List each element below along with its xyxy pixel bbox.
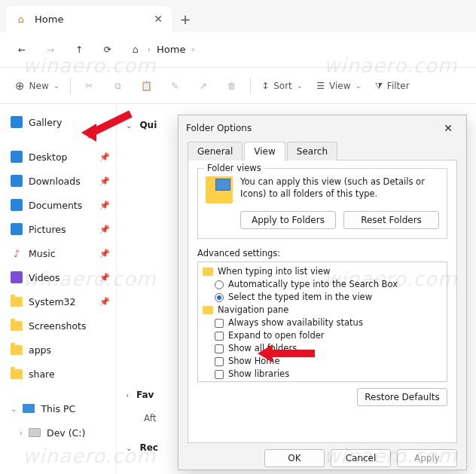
pin-icon: 📌 xyxy=(99,249,110,258)
tab-title: Home xyxy=(35,14,63,25)
home-icon: ⌂ xyxy=(130,44,142,56)
folder-icon xyxy=(11,297,23,307)
pictures-icon xyxy=(11,223,23,235)
apply-to-folders-button[interactable]: Apply to Folders xyxy=(240,211,336,229)
music-icon: ♪ xyxy=(11,247,23,259)
new-label: New xyxy=(29,81,49,91)
chevron-down-icon: ⌄ xyxy=(297,81,303,90)
sidebar-item-downloads[interactable]: Downloads📌 xyxy=(8,169,113,193)
pin-icon: 📌 xyxy=(99,176,110,186)
tree-option-expand[interactable]: Expand to open folder xyxy=(203,329,442,342)
separator xyxy=(250,78,251,94)
checkbox-icon[interactable] xyxy=(215,370,224,379)
back-button[interactable]: ← xyxy=(9,37,35,63)
refresh-button[interactable]: ⟳ xyxy=(95,37,121,63)
tree-option-libraries[interactable]: Show libraries xyxy=(203,368,442,381)
share-icon: ↗ xyxy=(200,81,207,91)
pin-icon: 📌 xyxy=(99,225,110,234)
radio-icon[interactable] xyxy=(215,280,224,289)
sidebar-item-videos[interactable]: Videos📌 xyxy=(8,265,113,289)
rename-button[interactable]: ✎ xyxy=(161,74,188,98)
sidebar-item-pictures[interactable]: Pictures📌 xyxy=(8,217,113,241)
sidebar-label: share xyxy=(29,368,55,380)
folder-icon xyxy=(11,321,23,331)
cut-icon: ✂ xyxy=(85,81,93,91)
tab-general[interactable]: General xyxy=(188,142,243,161)
checkbox-icon[interactable] xyxy=(215,319,224,328)
sidebar-label: Screenshots xyxy=(29,320,86,332)
cut-button[interactable]: ✂ xyxy=(75,74,102,98)
sidebar-label: Videos xyxy=(29,272,60,283)
delete-icon: 🗑 xyxy=(227,81,236,91)
tree-option-network[interactable]: Show Network xyxy=(203,381,442,382)
separator xyxy=(70,78,71,94)
advanced-settings-label: Advanced settings: xyxy=(197,248,447,258)
sidebar-item-share[interactable]: share xyxy=(8,362,113,386)
sidebar-label: Gallery xyxy=(29,117,63,128)
sort-button[interactable]: ↕ Sort ⌄ xyxy=(255,74,309,98)
checkbox-icon[interactable] xyxy=(215,344,224,353)
up-button[interactable]: ↑ xyxy=(66,37,92,63)
tab-search[interactable]: Search xyxy=(287,142,337,161)
close-tab-button[interactable]: ✕ xyxy=(154,13,163,25)
tab-view[interactable]: View xyxy=(244,142,285,161)
tree-node-navpane[interactable]: Navigation pane xyxy=(203,304,442,317)
paste-button[interactable]: 📋 xyxy=(133,74,160,98)
drive-icon xyxy=(29,428,41,437)
filter-label: Filter xyxy=(387,81,410,91)
cancel-button[interactable]: Cancel xyxy=(331,449,391,467)
documents-icon xyxy=(11,199,23,211)
chevron-right-icon: › xyxy=(126,391,129,399)
new-button[interactable]: ⊕ New ⌄ xyxy=(9,74,66,98)
sidebar-item-gallery[interactable]: Gallery xyxy=(8,110,113,134)
tab-home[interactable]: ⌂ Home ✕ xyxy=(6,6,172,32)
sidebar-item-dev[interactable]: ›Dev (C:) xyxy=(8,420,113,445)
pin-icon: 📌 xyxy=(99,200,110,210)
folder-icon xyxy=(11,369,23,379)
radio-icon[interactable] xyxy=(215,293,224,302)
sort-icon: ↕ xyxy=(261,81,269,91)
advanced-settings-tree[interactable]: When typing into list view Automatically… xyxy=(197,261,447,382)
tree-option-all-folders[interactable]: Show all folders xyxy=(203,342,442,355)
sidebar: Gallery Desktop📌 Downloads📌 Documents📌 P… xyxy=(0,104,117,474)
chevron-right-icon: › xyxy=(20,429,23,437)
folder-views-group: Folder views You can apply this view (su… xyxy=(197,168,447,239)
folder-views-icon xyxy=(206,176,233,203)
sidebar-item-desktop[interactable]: Desktop📌 xyxy=(8,145,113,169)
reset-folders-button[interactable]: Reset Folders xyxy=(343,211,439,229)
apply-button[interactable]: Apply xyxy=(397,449,457,467)
breadcrumb-home[interactable]: Home xyxy=(157,44,185,55)
checkbox-icon[interactable] xyxy=(215,332,224,341)
close-button[interactable]: ✕ xyxy=(438,118,459,139)
folder-views-text: You can apply this view (such as Details… xyxy=(240,176,439,203)
forward-button[interactable]: → xyxy=(38,37,63,63)
titlebar: ⌂ Home ✕ + xyxy=(0,0,476,32)
sidebar-item-screenshots[interactable]: Screenshots xyxy=(8,313,113,338)
restore-defaults-button[interactable]: Restore Defaults xyxy=(357,388,447,406)
tree-node-typing[interactable]: When typing into list view xyxy=(203,265,442,278)
checkbox-icon[interactable] xyxy=(215,357,224,366)
pin-icon: 📌 xyxy=(99,273,110,283)
copy-button[interactable]: ⧉ xyxy=(104,74,131,98)
tree-option-select-typed[interactable]: Select the typed item in the view xyxy=(203,291,442,304)
delete-button[interactable]: 🗑 xyxy=(218,74,246,98)
filter-button[interactable]: ⧩ Filter xyxy=(369,74,416,98)
copy-icon: ⧉ xyxy=(114,81,121,91)
sidebar-item-documents[interactable]: Documents📌 xyxy=(8,193,113,217)
new-tab-button[interactable]: + xyxy=(172,6,199,32)
sidebar-item-system32[interactable]: System32📌 xyxy=(8,289,113,313)
tree-option-show-home[interactable]: Show Home xyxy=(203,355,442,368)
sidebar-item-apps[interactable]: apps xyxy=(8,338,113,362)
dialog-footer: OK Cancel Apply xyxy=(178,449,466,474)
view-button[interactable]: ☰ View ⌄ xyxy=(310,74,368,98)
home-icon: ⌂ xyxy=(15,13,27,25)
share-button[interactable]: ↗ xyxy=(190,74,217,98)
breadcrumb[interactable]: ⌂ › Home › xyxy=(130,44,194,56)
tree-option-availability[interactable]: Always show availability status xyxy=(203,317,442,329)
dialog-titlebar: Folder Options ✕ xyxy=(178,115,466,141)
sidebar-item-thispc[interactable]: ⌄This PC xyxy=(8,396,113,420)
ok-button[interactable]: OK xyxy=(264,449,325,467)
section-label: Rec xyxy=(139,442,158,453)
tree-option-auto-search[interactable]: Automatically type into the Search Box xyxy=(203,278,442,291)
sidebar-item-music[interactable]: ♪Music📌 xyxy=(8,241,113,265)
